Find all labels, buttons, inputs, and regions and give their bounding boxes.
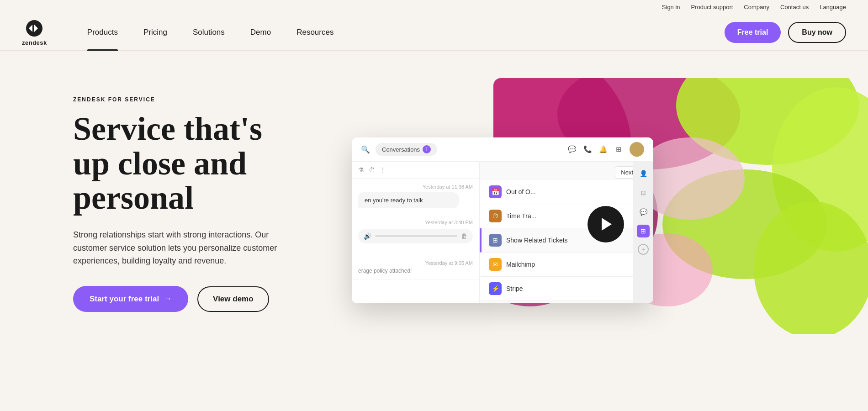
panel-item-out-of-office[interactable]: 📅 Out of O... ∨ [480, 180, 653, 204]
hero-subtext: Strong relationships start with strong i… [73, 228, 302, 268]
chat-toolbar: ⚗ ⏱ ⋮ [352, 162, 479, 179]
svg-point-11 [634, 145, 640, 150]
mailchimp-icon: ✉ [489, 258, 502, 271]
mockup-topbar: 🔍 Conversations 1 💬 📞 🔔 ⊞ [352, 137, 653, 162]
chat-message-3: erage policy attached! [358, 268, 473, 274]
avatar-svg [630, 142, 644, 157]
chat-timestamp-2: Yesterday at 3:40 PM [358, 220, 473, 225]
chat-bubble-1: en you're ready to talk [358, 192, 459, 208]
nav-solutions[interactable]: Solutions [180, 14, 238, 51]
contact-us-link[interactable]: Contact us [780, 4, 809, 11]
nav-demo[interactable]: Demo [238, 14, 284, 51]
related-tickets-icon: ⊞ [489, 234, 502, 247]
main-nav: zendesk Products Pricing Solutions Demo … [0, 14, 868, 51]
logo[interactable]: zendesk [22, 18, 47, 46]
zendesk-logo-icon [24, 18, 44, 38]
right-sidebar-icons: 👤 ⊟ 💬 ⊞ + [633, 162, 653, 303]
conversations-button[interactable]: Conversations 1 [376, 143, 437, 156]
time-tracking-icon: ⏱ [489, 210, 502, 222]
time-tracking-label: Time Tra... [506, 212, 536, 220]
stripe-label: Stripe [506, 285, 523, 292]
table-sidebar-icon[interactable]: ⊟ [637, 186, 650, 199]
play-triangle-icon [602, 218, 612, 231]
nav-pricing[interactable]: Pricing [131, 14, 180, 51]
chat-timestamp-3: Yesterday at 9:05 AM [358, 260, 473, 266]
chat-message-group-2: Yesterday at 3:40 PM 🔊 🗑 [352, 214, 479, 249]
mockup-search-icon[interactable]: 🔍 [361, 145, 370, 154]
signin-link[interactable]: Sign in [662, 4, 680, 11]
hero-heading: Service that's up close and personal [73, 112, 338, 216]
svg-point-12 [632, 151, 641, 157]
add-sidebar-icon[interactable]: + [638, 244, 649, 255]
panel-items: 📅 Out of O... ∨ ⏱ Time Tra... ∨ [480, 162, 653, 301]
top-bar: Sign in Product support Company Contact … [0, 0, 868, 14]
conversations-label: Conversations [382, 146, 420, 153]
user-avatar[interactable] [630, 142, 644, 157]
chat-panel: ⚗ ⏱ ⋮ Yesterday at 11:38 AM en you're re… [352, 162, 480, 303]
buy-now-button[interactable]: Buy now [788, 22, 846, 43]
audio-progress-bar [375, 235, 457, 237]
panel-item-related-tickets[interactable]: ⊞ Show Related Tickets ∨ [480, 228, 653, 253]
chat-message-group-3: Yesterday at 9:05 AM erage policy attach… [352, 249, 479, 280]
filter-icon[interactable]: ⚗ [358, 166, 364, 174]
view-demo-button[interactable]: View demo [197, 286, 269, 312]
hero-text: ZENDESK FOR SERVICE Service that's up cl… [73, 78, 338, 312]
stripe-icon: ⚡ [489, 282, 502, 295]
panel-item-stripe[interactable]: ⚡ Stripe ∨ [480, 277, 653, 301]
chat-message-group-1: Yesterday at 11:38 AM en you're ready to… [352, 179, 479, 214]
start-trial-button[interactable]: Start your free trial → [73, 286, 188, 312]
bell-icon[interactable]: 🔔 [598, 145, 608, 154]
nav-products[interactable]: Products [74, 14, 131, 51]
mockup-icons-right: 💬 📞 🔔 ⊞ [567, 142, 644, 157]
out-of-office-icon: 📅 [489, 185, 502, 198]
right-panel: Next → 📅 Out of O... ∨ [480, 162, 653, 303]
grid-icon[interactable]: ⊞ [614, 145, 623, 154]
chat-icon[interactable]: 💬 [567, 145, 577, 154]
grid-sidebar-icon[interactable]: ⊞ [637, 225, 650, 237]
out-of-office-label: Out of O... [506, 188, 536, 195]
logo-text: zendesk [22, 39, 47, 46]
company-link[interactable]: Company [744, 4, 769, 11]
mailchimp-label: Mailchimp [506, 261, 535, 268]
history-icon[interactable]: ⏱ [369, 166, 375, 174]
play-button[interactable] [587, 206, 624, 242]
conversations-badge: 1 [423, 145, 431, 153]
language-link[interactable]: Language [820, 4, 846, 11]
phone-icon[interactable]: 📞 [583, 145, 592, 154]
nav-actions: Free trial Buy now [725, 22, 846, 43]
more-icon[interactable]: ⋮ [380, 166, 386, 174]
chat-sidebar-icon[interactable]: 💬 [637, 206, 650, 218]
panel-item-time-tracking[interactable]: ⏱ Time Tra... ∨ [480, 204, 653, 228]
hero-buttons: Start your free trial → View demo [73, 286, 338, 312]
related-tickets-label: Show Related Tickets [506, 237, 568, 244]
chat-audio[interactable]: 🔊 🗑 [358, 229, 473, 243]
hero-section: ZENDESK FOR SERVICE Service that's up cl… [0, 51, 868, 411]
audio-delete-icon[interactable]: 🗑 [461, 232, 467, 240]
hero-visual: 🔍 Conversations 1 💬 📞 🔔 ⊞ [365, 78, 846, 370]
nav-links: Products Pricing Solutions Demo Resource… [74, 14, 725, 51]
free-trial-button[interactable]: Free trial [725, 22, 781, 43]
user-sidebar-icon[interactable]: 👤 [637, 167, 650, 180]
panel-item-mailchimp[interactable]: ✉ Mailchimp ∨ [480, 253, 653, 277]
nav-resources[interactable]: Resources [284, 14, 346, 51]
arrow-icon: → [164, 294, 172, 304]
product-support-link[interactable]: Product support [691, 4, 733, 11]
chat-toolbar-icons: ⚗ ⏱ ⋮ [358, 166, 386, 174]
chat-timestamp-1: Yesterday at 11:38 AM [358, 184, 473, 190]
hero-eyebrow: ZENDESK FOR SERVICE [73, 96, 338, 103]
audio-speaker-icon: 🔊 [364, 232, 371, 240]
